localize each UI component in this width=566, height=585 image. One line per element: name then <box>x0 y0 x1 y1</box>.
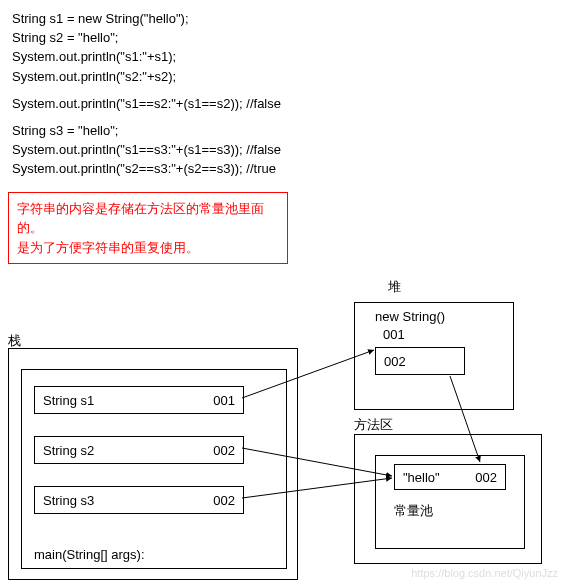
code-line: String s3 = "hello"; <box>12 122 554 140</box>
code-block: String s1 = new String("hello"); String … <box>0 0 566 186</box>
stack-row-s2: String s2 002 <box>34 436 244 464</box>
heap-address: 001 <box>383 327 405 342</box>
heap-ref-cell: 002 <box>375 347 465 375</box>
main-frame: String s1 001 String s2 002 String s3 00… <box>21 369 287 569</box>
main-label: main(String[] args): <box>34 547 145 562</box>
code-line: System.out.println("s1==s2:"+(s1==s2)); … <box>12 95 554 113</box>
var-name: String s2 <box>43 443 94 458</box>
method-area-box: "hello" 002 常量池 <box>354 434 542 564</box>
code-line: System.out.println("s1==s3:"+(s1==s3)); … <box>12 141 554 159</box>
code-line: String s2 = "hello"; <box>12 29 554 47</box>
pool-label: 常量池 <box>394 502 433 520</box>
pool-address: 002 <box>475 470 497 485</box>
note-line: 字符串的内容是存储在方法区的常量池里面的。 <box>17 199 279 238</box>
code-line: System.out.println("s1:"+s1); <box>12 48 554 66</box>
note-box: 字符串的内容是存储在方法区的常量池里面的。 是为了方便字符串的重复使用。 <box>8 192 288 265</box>
constant-pool-box: "hello" 002 常量池 <box>375 455 525 549</box>
code-line: String s1 = new String("hello"); <box>12 10 554 28</box>
heap-label: 堆 <box>388 278 401 296</box>
stack-box: String s1 001 String s2 002 String s3 00… <box>8 348 298 580</box>
heap-box: new String() 001 002 <box>354 302 514 410</box>
var-name: String s1 <box>43 393 94 408</box>
method-area-label: 方法区 <box>354 416 393 434</box>
var-val: 001 <box>213 393 235 408</box>
heap-object-label: new String() <box>375 309 445 324</box>
var-val: 002 <box>213 443 235 458</box>
stack-row-s3: String s3 002 <box>34 486 244 514</box>
note-line: 是为了方便字符串的重复使用。 <box>17 238 279 258</box>
code-line: System.out.println("s2:"+s2); <box>12 68 554 86</box>
pool-entry: "hello" 002 <box>394 464 506 490</box>
pool-value: "hello" <box>403 470 440 485</box>
code-line: System.out.println("s2==s3:"+(s2==s3)); … <box>12 160 554 178</box>
var-name: String s3 <box>43 493 94 508</box>
var-val: 002 <box>213 493 235 508</box>
stack-row-s1: String s1 001 <box>34 386 244 414</box>
watermark: https://blog.csdn.net/QiyunJzz <box>411 567 558 579</box>
